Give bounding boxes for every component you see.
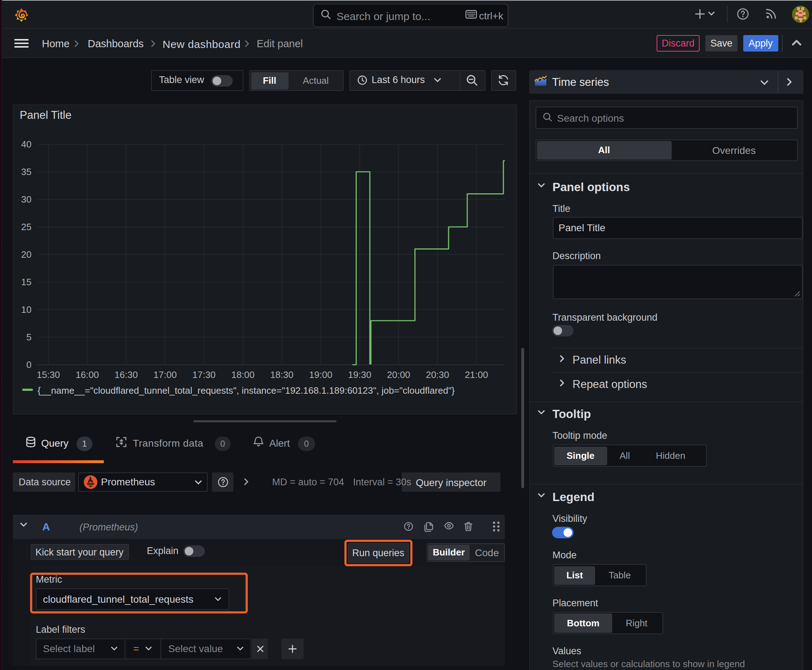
svg-text:17:00: 17:00 (154, 369, 177, 380)
svg-text:30: 30 (21, 194, 32, 205)
svg-text:19:00: 19:00 (309, 369, 332, 380)
svg-text:16:00: 16:00 (76, 369, 99, 380)
svg-text:20:30: 20:30 (425, 369, 449, 380)
svg-text:21:00: 21:00 (465, 369, 488, 380)
svg-text:20: 20 (21, 249, 32, 260)
svg-text:35: 35 (21, 166, 32, 177)
svg-text:15: 15 (21, 277, 32, 288)
svg-text:16:30: 16:30 (115, 369, 138, 380)
svg-text:20:00: 20:00 (387, 369, 410, 380)
svg-text:19:30: 19:30 (348, 369, 371, 380)
svg-text:0: 0 (27, 359, 32, 370)
svg-text:5: 5 (27, 332, 32, 342)
svg-text:18:30: 18:30 (270, 369, 293, 380)
svg-text:25: 25 (21, 222, 32, 232)
svg-text:17:30: 17:30 (192, 369, 215, 380)
svg-text:40: 40 (21, 140, 32, 150)
svg-text:15:30: 15:30 (37, 369, 60, 380)
svg-text:18:00: 18:00 (231, 369, 254, 380)
svg-text:10: 10 (21, 304, 32, 315)
